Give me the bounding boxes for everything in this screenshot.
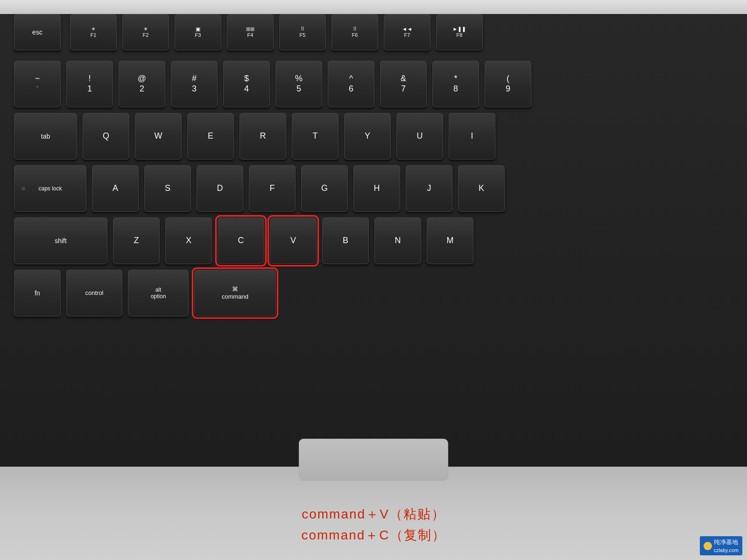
annotation-area: command＋V（粘贴） command＋C（复制） — [0, 504, 747, 546]
key-control-label: control — [85, 289, 103, 297]
key-t[interactable]: T — [292, 113, 338, 160]
key-a-label: A — [113, 183, 118, 194]
key-f7-label: ◄◄F7 — [402, 26, 412, 38]
key-5[interactable]: %5 — [275, 61, 322, 107]
key-2[interactable]: @2 — [119, 61, 165, 107]
key-control[interactable]: control — [66, 270, 122, 316]
key-f2[interactable]: ☀F2 — [122, 14, 169, 50]
key-6-label: ^6 — [349, 74, 353, 94]
key-4-label: $4 — [244, 74, 249, 94]
key-j-label: J — [427, 183, 431, 194]
key-command[interactable]: ⌘command — [194, 270, 276, 316]
key-f6-label: ⠿F6 — [352, 26, 358, 38]
key-b[interactable]: B — [322, 217, 369, 264]
annotation-line1: command＋V（粘贴） — [0, 504, 747, 525]
watermark: 纯净基地czlaby.com — [700, 536, 742, 555]
key-s[interactable]: S — [144, 165, 191, 212]
key-f4[interactable]: ⊞⊞F4 — [227, 14, 274, 50]
key-shift[interactable]: shift — [14, 217, 107, 264]
key-f2-label: ☀F2 — [143, 26, 149, 38]
key-k-label: K — [479, 183, 484, 194]
key-n[interactable]: N — [374, 217, 421, 264]
watermark-text: 纯净基地czlaby.com — [714, 538, 739, 553]
key-f7[interactable]: ◄◄F7 — [384, 14, 430, 50]
key-esc[interactable]: esc — [14, 14, 61, 50]
key-7-label: &7 — [401, 74, 406, 94]
key-i-label: I — [471, 131, 473, 141]
key-5-label: %5 — [295, 74, 303, 94]
key-capslock[interactable]: caps lock — [14, 165, 86, 212]
key-command-label: ⌘command — [222, 286, 248, 300]
key-r[interactable]: R — [240, 113, 286, 160]
key-y[interactable]: Y — [344, 113, 391, 160]
key-esc-label: esc — [32, 28, 42, 36]
key-q[interactable]: Q — [83, 113, 129, 160]
key-fn[interactable]: fn — [14, 270, 61, 316]
key-i[interactable]: I — [449, 113, 495, 160]
key-9[interactable]: (9 — [485, 61, 531, 107]
key-tilde-label: ~` — [35, 74, 40, 94]
key-f-label: F — [270, 183, 275, 194]
key-option[interactable]: altoption — [128, 270, 189, 316]
key-q-label: Q — [103, 131, 109, 141]
key-f8[interactable]: ►❚❚F8 — [436, 14, 483, 50]
key-a[interactable]: A — [92, 165, 139, 212]
key-x[interactable]: X — [165, 217, 212, 264]
key-f1-label: ☀F1 — [91, 26, 97, 38]
key-capslock-label: caps lock — [38, 185, 62, 192]
key-m[interactable]: M — [427, 217, 473, 264]
key-t-label: T — [313, 131, 318, 141]
key-u-label: U — [417, 131, 423, 141]
key-tilde[interactable]: ~` — [14, 61, 61, 107]
key-v[interactable]: V — [270, 217, 317, 264]
key-h[interactable]: H — [353, 165, 400, 212]
key-f6[interactable]: ⠿F6 — [331, 14, 378, 50]
key-7[interactable]: &7 — [380, 61, 427, 107]
key-tab[interactable]: tab — [14, 113, 77, 160]
key-shift-label: shift — [55, 237, 67, 245]
key-f1[interactable]: ☀F1 — [70, 14, 117, 50]
key-6[interactable]: ^6 — [328, 61, 374, 107]
key-c[interactable]: C — [218, 217, 264, 264]
key-3[interactable]: #3 — [171, 61, 218, 107]
key-d[interactable]: D — [197, 165, 243, 212]
key-h-label: H — [374, 183, 380, 194]
key-d-label: D — [217, 183, 223, 194]
key-1-label: !1 — [87, 74, 92, 94]
laptop-top-border — [0, 0, 747, 14]
key-z-label: Z — [134, 236, 139, 246]
key-g-label: G — [321, 183, 328, 194]
key-8[interactable]: *8 — [432, 61, 479, 107]
key-e[interactable]: E — [187, 113, 234, 160]
key-tab-label: tab — [41, 133, 50, 140]
key-f5-label: ⠿F5 — [300, 26, 306, 38]
key-b-label: B — [343, 236, 348, 246]
key-9-label: (9 — [506, 74, 510, 94]
watermark-icon — [704, 542, 712, 550]
key-m-label: M — [447, 236, 454, 246]
key-w[interactable]: W — [135, 113, 182, 160]
key-8-label: *8 — [453, 74, 458, 94]
key-j[interactable]: J — [406, 165, 452, 212]
key-u[interactable]: U — [396, 113, 443, 160]
key-z[interactable]: Z — [113, 217, 160, 264]
key-x-label: X — [186, 236, 191, 246]
keyboard-container: esc ☀F1 ☀F2 ▣F3 ⊞⊞F4 ⠿F5 ⠿F6 ◄◄F7 ►❚❚F8 … — [0, 0, 747, 560]
key-f5[interactable]: ⠿F5 — [279, 14, 326, 50]
key-g[interactable]: G — [301, 165, 348, 212]
key-f4-label: ⊞⊞F4 — [246, 26, 254, 38]
key-w-label: W — [155, 131, 162, 141]
key-2-label: @2 — [138, 74, 146, 94]
key-f[interactable]: F — [249, 165, 296, 212]
key-1[interactable]: !1 — [66, 61, 113, 107]
trackpad[interactable] — [299, 439, 448, 481]
key-k[interactable]: K — [458, 165, 505, 212]
key-option-label: altoption — [151, 287, 166, 300]
key-4[interactable]: $4 — [223, 61, 270, 107]
key-c-label: C — [238, 236, 244, 246]
key-y-label: Y — [365, 131, 370, 141]
key-f8-label: ►❚❚F8 — [453, 26, 466, 38]
key-fn-label: fn — [35, 289, 40, 297]
key-s-label: S — [165, 183, 170, 194]
key-f3[interactable]: ▣F3 — [175, 14, 221, 50]
